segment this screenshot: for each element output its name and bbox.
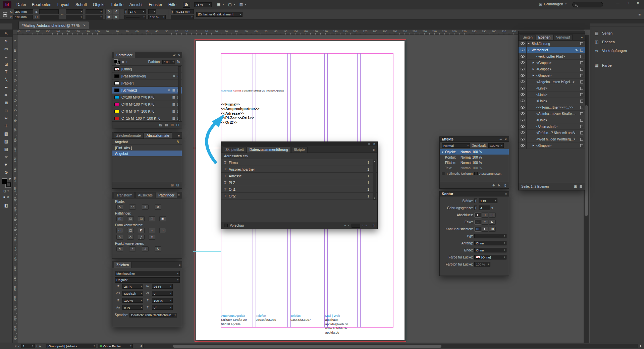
layer-row[interactable]: <Linie> bbox=[519, 85, 585, 92]
screen-mode-button[interactable]: ▢ bbox=[228, 2, 236, 7]
delete-swatch-button[interactable]: ⊟ bbox=[176, 123, 179, 127]
panel-tab[interactable]: Seiten bbox=[520, 34, 535, 40]
isolate-blending-checkbox[interactable] bbox=[442, 172, 445, 175]
scroll-down-icon[interactable]: ▾ bbox=[179, 119, 180, 121]
layer-select-square[interactable] bbox=[580, 144, 583, 147]
align-stroke-outside-icon[interactable]: ◨ bbox=[489, 227, 496, 232]
convert-orthogonal-line-icon[interactable]: ✚ bbox=[149, 235, 155, 240]
field-list-scrollbar[interactable]: ▲ ▼ bbox=[373, 160, 376, 200]
rotate-cw-button[interactable]: ↻ bbox=[105, 9, 112, 14]
visibility-eye-icon[interactable] bbox=[521, 61, 525, 64]
data-merge-titlebar[interactable]: ≪ ✕ bbox=[221, 142, 377, 146]
selection-tool[interactable]: ↖ bbox=[0, 30, 12, 37]
corner-size-field[interactable]: 4,233 mm bbox=[174, 9, 194, 14]
character-attribute-field[interactable]: 0 bbox=[152, 291, 173, 296]
layer-select-square[interactable] bbox=[580, 87, 583, 90]
expander-icon[interactable]: ▼ bbox=[441, 151, 445, 153]
gap-color-select[interactable]: [Ohne] bbox=[474, 255, 506, 259]
search-input[interactable] bbox=[572, 2, 603, 7]
scale-x-field[interactable] bbox=[66, 9, 83, 14]
visibility-cell[interactable] bbox=[519, 41, 527, 47]
hand-tool[interactable]: ☛ bbox=[0, 161, 12, 168]
horizontal-scrollbar-thumb[interactable] bbox=[173, 345, 441, 348]
convert-ellipse-icon[interactable]: ○ bbox=[159, 228, 166, 233]
layer-select-square[interactable] bbox=[580, 42, 583, 45]
bevel-join-icon[interactable]: ◣ bbox=[489, 220, 496, 225]
expander-icon[interactable]: ▶ bbox=[527, 42, 531, 45]
delete-layer-button[interactable]: ⊟ bbox=[580, 185, 582, 188]
gap-tool[interactable]: ↔ bbox=[0, 53, 12, 60]
merge-field-row[interactable]: T Firma 1 bbox=[221, 159, 377, 166]
menu-item[interactable]: Tabelle bbox=[108, 0, 126, 9]
panel-tab[interactable]: Transform bbox=[114, 192, 135, 198]
visibility-cell[interactable] bbox=[519, 104, 527, 110]
new-style-button[interactable]: ⊞ bbox=[171, 183, 173, 187]
next-page-button[interactable]: › bbox=[36, 344, 37, 348]
panel-tab[interactable]: Datenzusammenführung bbox=[247, 147, 291, 153]
convert-rounded-rectangle-icon[interactable]: ▢ bbox=[127, 228, 134, 233]
smooth-point-icon[interactable]: ↲ bbox=[142, 246, 149, 251]
layer-row[interactable]: ▶ <Gruppe> bbox=[519, 142, 585, 149]
layer-row[interactable]: ▶ <Gruppe> bbox=[519, 60, 585, 66]
menu-item[interactable]: Objekt bbox=[90, 0, 108, 9]
panel-tab[interactable]: Ebenen bbox=[536, 34, 553, 40]
data-source-row[interactable]: Adressaten.csv bbox=[221, 153, 377, 159]
style-list-item[interactable]: Angebot bbox=[112, 151, 182, 156]
intersect-shapes-icon[interactable]: ◲ bbox=[138, 216, 145, 221]
visibility-cell[interactable] bbox=[519, 136, 527, 142]
style-override-icon[interactable]: ↯ bbox=[177, 140, 179, 143]
menu-item[interactable]: Hilfe bbox=[165, 0, 179, 9]
reverse-path-icon[interactable]: ↺ bbox=[155, 205, 161, 210]
flip-horizontal-button[interactable]: ⇄ bbox=[105, 15, 112, 20]
flip-vertical-button[interactable]: ⇅ bbox=[113, 15, 119, 20]
previous-record-button[interactable]: ‹ bbox=[348, 224, 349, 227]
layer-row[interactable]: ▶ <Gruppe> bbox=[519, 66, 585, 72]
layer-row[interactable]: <Linie> bbox=[519, 117, 585, 123]
y-position-field[interactable]: 109 mm bbox=[13, 15, 33, 19]
close-panel-icon[interactable]: ✕ bbox=[504, 138, 507, 141]
vertical-ruler[interactable]: 0102030405060708090100110120130140150160… bbox=[13, 35, 17, 343]
page-number-field[interactable]: 1 bbox=[21, 344, 35, 348]
miter-limit-stepper[interactable] bbox=[474, 206, 477, 210]
menu-item[interactable]: Datei bbox=[13, 0, 29, 9]
visibility-cell[interactable] bbox=[519, 72, 527, 78]
stroke-weight-select[interactable]: 1 Pt bbox=[128, 9, 146, 14]
horizontal-scrollbar[interactable] bbox=[143, 344, 638, 348]
visibility-eye-icon[interactable] bbox=[521, 112, 525, 115]
layer-select-square[interactable] bbox=[580, 93, 583, 96]
swatch-row[interactable]: C=15 M=100 Y=100 K=0 ▦ ◪ bbox=[112, 115, 182, 121]
scroll-right-button[interactable]: ▶ bbox=[640, 345, 642, 347]
bridge-button[interactable]: Br bbox=[183, 2, 190, 8]
type-tool[interactable]: T bbox=[0, 68, 12, 76]
layer-select-square[interactable] bbox=[580, 100, 583, 103]
create-merged-document-button[interactable]: ⇉ bbox=[372, 224, 375, 227]
effects-target-row[interactable]: Kontur: Normal 100 % bbox=[440, 155, 509, 160]
height-field[interactable] bbox=[40, 15, 59, 19]
visibility-eye-icon[interactable] bbox=[521, 93, 525, 96]
menu-item[interactable]: Bearbeiten bbox=[29, 0, 54, 9]
language-select[interactable]: Deutsch: 2006 Rechtschreib... bbox=[129, 313, 177, 317]
formatting-affects-container-icon[interactable]: ▦ bbox=[121, 60, 124, 64]
close-button[interactable]: ✕ bbox=[633, 0, 643, 6]
visibility-cell[interactable] bbox=[519, 47, 527, 53]
panel-menu-icon[interactable]: ≡ bbox=[178, 193, 180, 197]
swatch-row[interactable]: [Papier] bbox=[112, 80, 182, 87]
next-record-button[interactable]: › bbox=[362, 224, 363, 227]
last-record-button[interactable]: » bbox=[365, 224, 367, 227]
layer-row[interactable]: <Linie> bbox=[519, 98, 585, 104]
layer-select-square[interactable] bbox=[580, 80, 583, 83]
stroke-weight-stepper[interactable] bbox=[474, 198, 477, 203]
convert-polygon-icon[interactable]: ◇ bbox=[127, 235, 134, 240]
close-path-icon[interactable]: ○ bbox=[142, 205, 149, 210]
scroll-left-button[interactable]: ◀ bbox=[140, 345, 142, 347]
exclude-overlap-icon[interactable]: ◳ bbox=[149, 216, 155, 221]
panel-tab[interactable]: Skriptetikett bbox=[223, 147, 247, 153]
workspace-switcher[interactable]: ▣ Grundlagen bbox=[539, 2, 568, 6]
control-panel-menu-icon[interactable]: ≡ bbox=[639, 12, 641, 16]
content-collector-tool[interactable]: ⊡ bbox=[0, 60, 12, 68]
minimize-button[interactable]: — bbox=[613, 0, 623, 6]
panel-menu-icon[interactable]: ≡ bbox=[505, 192, 507, 195]
swatch-row[interactable]: C=0 M=0 Y=100 K=0 ▦ ◪ bbox=[112, 108, 182, 115]
gradient-swatch-tool[interactable]: ▩ bbox=[0, 130, 12, 137]
show-swatch-kinds-button[interactable]: ▧ bbox=[159, 123, 162, 127]
